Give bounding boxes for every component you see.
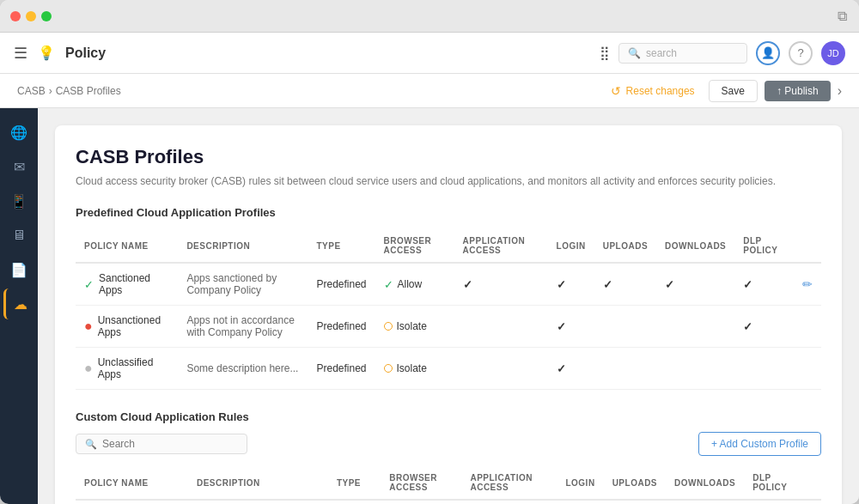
downloads-cell (656, 348, 734, 390)
sub-bar: CASB › CASB Profiles ↺ Reset changes Sav… (0, 74, 859, 108)
sidebar-item-mobile[interactable]: 📱 (3, 185, 34, 216)
minimize-button[interactable] (26, 11, 36, 21)
downloads-cell: ✓ (666, 500, 744, 504)
add-custom-profile-button[interactable]: + Add Custom Profile (698, 432, 821, 456)
content-area: CASB Profiles Cloud access security brok… (38, 108, 859, 504)
app-title: Policy (65, 46, 106, 61)
table-row: ✓ Sanctioned Apps Apps sanctioned by Com… (76, 263, 821, 306)
custom-table-header: POLICY NAME DESCRIPTION TYPE BROWSER ACC… (76, 466, 821, 500)
copy-icon[interactable]: ⧉ (835, 9, 849, 23)
traffic-lights (10, 11, 52, 21)
table-row: ● Unclassified Apps Some description her… (76, 348, 821, 390)
sidebar-toggle-icon[interactable]: › (838, 83, 842, 99)
login-cell: ✓ (548, 263, 594, 306)
custom-col-policy-name: POLICY NAME (76, 466, 188, 500)
sub-bar-actions: ↺ Reset changes Save ↑ Publish › (604, 80, 842, 102)
dlp-policy-cell: ✓ (734, 306, 794, 348)
application-access-cell: ✓ (454, 263, 548, 306)
predefined-section-title: Predefined Cloud Application Profiles (76, 206, 821, 219)
search-bar[interactable]: 🔍 search (618, 43, 747, 64)
custom-col-login: LOGIN (557, 466, 603, 500)
sidebar-item-desktop[interactable]: 🖥 (3, 220, 34, 251)
policy-name-cell: ✓ Sanctioned Apps for Interns (76, 500, 188, 504)
custom-section-title: Custom Cloud Application Rules (76, 410, 249, 423)
col-type: TYPE (308, 229, 375, 263)
custom-col-description: DESCRIPTION (188, 466, 328, 500)
search-icon: 🔍 (628, 47, 641, 59)
description-cell: Apps sanctioned by Company Policy for In… (188, 500, 328, 504)
col-policy-name: POLICY NAME (76, 229, 178, 263)
sidebar-item-document[interactable]: 📄 (3, 254, 34, 285)
description-cell: Apps sanctioned by Company Policy (178, 263, 308, 306)
dlp-policy-cell: ✓ (744, 500, 804, 504)
col-dlp-policy: DLP POLICY (734, 229, 794, 263)
bulb-icon: 💡 (38, 45, 55, 61)
custom-col-downloads: DOWNLOADS (666, 466, 744, 500)
help-icon[interactable]: ? (789, 41, 813, 65)
reset-button[interactable]: ↺ Reset changes (604, 81, 702, 101)
app-window: ⧉ ☰ 💡 Policy ⣿ 🔍 search 👤 ? JD CASB › CA… (0, 0, 859, 504)
save-button[interactable]: Save (709, 80, 758, 102)
col-uploads: UPLOADS (594, 229, 656, 263)
custom-table: POLICY NAME DESCRIPTION TYPE BROWSER ACC… (76, 466, 821, 504)
type-cell: Predefined (308, 263, 375, 306)
publish-button[interactable]: ↑ Publish (765, 81, 831, 101)
grid-icon[interactable]: ⣿ (600, 45, 610, 61)
predefined-table: POLICY NAME DESCRIPTION TYPE BROWSER ACC… (76, 229, 821, 390)
custom-search-wrapper[interactable]: 🔍 (76, 434, 247, 454)
custom-col-dlp-policy: DLP POLICY (744, 466, 804, 500)
description-cell: Some description here... (178, 348, 308, 390)
breadcrumb-parent[interactable]: CASB (17, 85, 46, 97)
hamburger-icon[interactable]: ☰ (14, 44, 27, 63)
edit-icon[interactable]: ✏ (802, 277, 813, 291)
avatar[interactable]: JD (821, 41, 845, 65)
sidebar-item-cloud[interactable]: ☁ (3, 288, 34, 319)
application-access-cell (454, 348, 548, 390)
col-downloads: DOWNLOADS (656, 229, 734, 263)
app-bar: ☰ 💡 Policy ⣿ 🔍 search 👤 ? JD (0, 33, 859, 74)
custom-section-header: Custom Cloud Application Rules (76, 410, 821, 423)
edit-cell (794, 306, 821, 348)
main-layout: 🌐 ✉ 📱 🖥 📄 ☁ CASB Profiles Cloud access s… (0, 108, 859, 504)
browser-access-cell: Isolate (375, 348, 454, 390)
application-access-cell (461, 500, 557, 504)
description-cell: Apps not in accordance with Company Poli… (178, 306, 308, 348)
breadcrumb: CASB › CASB Profiles (17, 85, 121, 97)
breadcrumb-separator: › (49, 85, 52, 97)
uploads-cell (604, 500, 666, 504)
col-login: LOGIN (548, 229, 594, 263)
type-cell: Predefined (308, 306, 375, 348)
custom-col-uploads: UPLOADS (604, 466, 666, 500)
col-description: DESCRIPTION (178, 229, 308, 263)
predefined-table-header: POLICY NAME DESCRIPTION TYPE BROWSER ACC… (76, 229, 821, 263)
title-bar: ⧉ (0, 0, 859, 33)
page-title: CASB Profiles (76, 146, 821, 168)
custom-col-browser-access: BROWSER ACCESS (381, 466, 461, 500)
application-access-cell (454, 306, 548, 348)
uploads-cell: ✓ (594, 263, 656, 306)
col-browser-access: BROWSER ACCESS (375, 229, 454, 263)
sidebar: 🌐 ✉ 📱 🖥 📄 ☁ (0, 108, 38, 504)
dlp-policy-cell (734, 348, 794, 390)
type-cell: Predefined (308, 348, 375, 390)
browser-access-cell: ✓Allow (381, 500, 461, 504)
browser-access-cell: ✓Allow (375, 263, 454, 306)
custom-col-application-access: APPLICATION ACCESS (461, 466, 557, 500)
user-profile-icon[interactable]: 👤 (756, 41, 780, 65)
policy-name-cell: ● Unsanctioned Apps (76, 306, 178, 348)
browser-access-cell: Isolate (375, 306, 454, 348)
edit-cell: ✏ (794, 263, 821, 306)
sidebar-item-globe[interactable]: 🌐 (3, 117, 34, 148)
policy-name-cell: ✓ Sanctioned Apps (76, 263, 178, 306)
sidebar-item-mail[interactable]: ✉ (3, 151, 34, 182)
downloads-cell: ✓ (656, 263, 734, 306)
edit-cell (794, 348, 821, 390)
uploads-cell (594, 348, 656, 390)
custom-search-input[interactable] (102, 438, 238, 450)
app-bar-left: ☰ 💡 Policy (14, 44, 589, 63)
edit-cell (804, 500, 821, 504)
close-button[interactable] (10, 11, 21, 21)
maximize-button[interactable] (41, 11, 52, 21)
search-placeholder: search (646, 47, 677, 59)
table-row: ● Unsanctioned Apps Apps not in accordan… (76, 306, 821, 348)
